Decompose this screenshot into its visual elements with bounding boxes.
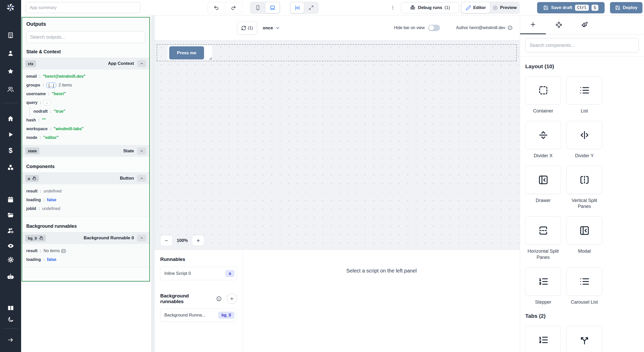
author-info-icon[interactable] bbox=[507, 25, 513, 30]
container-icon bbox=[538, 85, 549, 96]
search-outputs-input[interactable] bbox=[26, 31, 145, 43]
desktop-view-button[interactable] bbox=[265, 2, 279, 13]
undo-button[interactable] bbox=[208, 2, 225, 13]
component-card-conditional-tabs[interactable] bbox=[566, 326, 602, 352]
ctx-badge[interactable]: ctx bbox=[25, 60, 36, 67]
bg0-badge[interactable]: bg_0 bbox=[25, 235, 46, 242]
preview-label: Preview bbox=[500, 5, 516, 10]
component-a-header-row[interactable]: a Button bbox=[22, 173, 149, 184]
editor-tab[interactable]: Editor bbox=[461, 2, 490, 13]
app-canvas[interactable]: Press me − 100% + bbox=[155, 40, 520, 250]
state-context-heading: State & Context bbox=[26, 49, 145, 55]
state-header-row[interactable]: state State bbox=[22, 145, 149, 156]
resize-handle[interactable] bbox=[209, 57, 211, 59]
center-layout-icon bbox=[294, 5, 300, 11]
expand-array-badge[interactable]: [...] bbox=[46, 83, 56, 88]
script-editor-placeholder: Select a script on the left panel bbox=[243, 250, 520, 352]
hide-bar-toggle[interactable] bbox=[428, 25, 440, 31]
component-label: Carousel List bbox=[566, 299, 602, 305]
background-runnable-item[interactable]: Background Runna... bg_0 bbox=[160, 309, 237, 322]
chevron-up-icon bbox=[140, 236, 144, 240]
component-card-divider-x[interactable]: Divider X bbox=[525, 121, 561, 159]
pinwheel-icon bbox=[5, 2, 16, 13]
fullscreen-button[interactable] bbox=[304, 2, 318, 13]
run-mode-value: once bbox=[263, 25, 273, 31]
canvas-header-right: Hide bar on view Author henri@windmill.d… bbox=[394, 15, 513, 40]
collapse-object-badge[interactable]: - bbox=[44, 100, 50, 105]
component-card-vertical-split-panes[interactable]: Vertical Split Panes bbox=[566, 166, 602, 210]
tab-theme[interactable] bbox=[572, 15, 597, 34]
sidebar-item-groups[interactable] bbox=[0, 86, 21, 93]
ctx-header-row[interactable]: ctx App Context bbox=[22, 58, 149, 69]
component-card-stepper[interactable]: Stepper bbox=[525, 267, 561, 305]
sidebar-item-runs[interactable] bbox=[0, 131, 21, 138]
windmill-logo[interactable] bbox=[0, 2, 21, 13]
component-card-drawer[interactable]: Drawer bbox=[525, 166, 561, 210]
panel-splitter[interactable] bbox=[151, 15, 155, 352]
refresh-icon bbox=[241, 25, 246, 31]
component-card-divider-y[interactable]: Divider Y bbox=[566, 121, 602, 159]
center-layout-button[interactable] bbox=[291, 2, 304, 13]
preview-tab[interactable]: Preview bbox=[490, 2, 519, 13]
tab-component-settings[interactable] bbox=[546, 15, 572, 34]
button-component-cell[interactable]: Press me bbox=[167, 46, 212, 60]
output-row: workspace: "windmill-labs" bbox=[26, 125, 145, 133]
add-background-runnable-button[interactable] bbox=[227, 294, 237, 304]
sidebar-item-docs[interactable] bbox=[0, 305, 21, 312]
sidebar-item-dark-mode[interactable] bbox=[0, 316, 21, 323]
debug-runs-count: (1) bbox=[445, 5, 450, 10]
state-badge[interactable]: state bbox=[25, 147, 39, 154]
bg0-header-row[interactable]: bg_0 Background Runnable 0 bbox=[22, 232, 149, 244]
row-value: "windmill-labs" bbox=[54, 127, 84, 131]
sidebar-item-settings[interactable] bbox=[0, 256, 21, 263]
ctx-type-label: App Context bbox=[108, 61, 134, 66]
windmill-app-editor: $ bbox=[0, 0, 644, 352]
selected-row-frame[interactable]: Press me bbox=[157, 44, 517, 61]
debug-runs-button[interactable]: Debug runs (1) bbox=[401, 2, 459, 13]
chevron-up-icon bbox=[140, 61, 144, 66]
sidebar-item-schedules[interactable] bbox=[0, 196, 21, 203]
component-a-badge[interactable]: a bbox=[25, 175, 39, 182]
ctx-collapse-button[interactable] bbox=[137, 60, 146, 67]
save-draft-button[interactable]: Save draft Ctrl S bbox=[537, 2, 605, 13]
tab-insert-component[interactable] bbox=[520, 15, 546, 34]
zoom-out-button[interactable]: − bbox=[160, 235, 173, 246]
more-menu-button[interactable] bbox=[388, 3, 397, 12]
editor-label: Editor bbox=[473, 5, 486, 10]
component-a-collapse-button[interactable] bbox=[137, 175, 146, 182]
components-heading: Components bbox=[26, 164, 145, 169]
press-me-button[interactable]: Press me bbox=[169, 46, 204, 59]
refresh-button[interactable]: (1) bbox=[237, 22, 257, 34]
sidebar-item-ai[interactable] bbox=[0, 273, 21, 280]
zoom-in-button[interactable]: + bbox=[192, 235, 204, 246]
bg0-collapse-button[interactable] bbox=[137, 234, 146, 242]
inline-script-item[interactable]: Inline Script 0 a bbox=[160, 267, 237, 280]
run-mode-dropdown[interactable]: once bbox=[263, 22, 280, 34]
sidebar-item-resources[interactable] bbox=[0, 164, 21, 171]
sidebar-expand[interactable] bbox=[0, 337, 21, 343]
sidebar-item-home[interactable] bbox=[0, 115, 21, 122]
sidebar-item-variables[interactable]: $ bbox=[0, 147, 21, 154]
app-summary-input[interactable] bbox=[26, 2, 140, 13]
undo-icon bbox=[214, 5, 219, 11]
component-card-container[interactable]: Container bbox=[525, 76, 561, 114]
divider-y-icon bbox=[579, 130, 590, 140]
tabs-list-icon bbox=[538, 335, 549, 345]
sidebar-item-favorites[interactable] bbox=[0, 68, 21, 75]
kbd-s: S bbox=[591, 5, 598, 11]
mobile-view-button[interactable] bbox=[251, 2, 265, 13]
component-card-carousel-list[interactable]: Carousel List bbox=[566, 267, 602, 305]
deploy-button[interactable]: Deploy bbox=[610, 2, 642, 13]
component-card-modal[interactable]: Modal bbox=[566, 216, 602, 261]
component-card-tabs[interactable] bbox=[525, 326, 561, 352]
component-card-horizontal-split-panes[interactable]: Horizontal Split Panes bbox=[525, 216, 561, 261]
sidebar-item-user[interactable] bbox=[0, 50, 21, 57]
component-card-list[interactable]: List bbox=[566, 76, 602, 114]
search-components-input[interactable] bbox=[525, 38, 639, 52]
sidebar-item-audit-logs[interactable] bbox=[0, 242, 21, 249]
state-expand-button[interactable] bbox=[137, 147, 146, 155]
sidebar-item-folders[interactable] bbox=[0, 212, 21, 218]
sidebar-item-workspace[interactable] bbox=[0, 32, 21, 39]
sidebar-item-workers[interactable] bbox=[0, 227, 21, 234]
redo-button[interactable] bbox=[225, 2, 242, 13]
